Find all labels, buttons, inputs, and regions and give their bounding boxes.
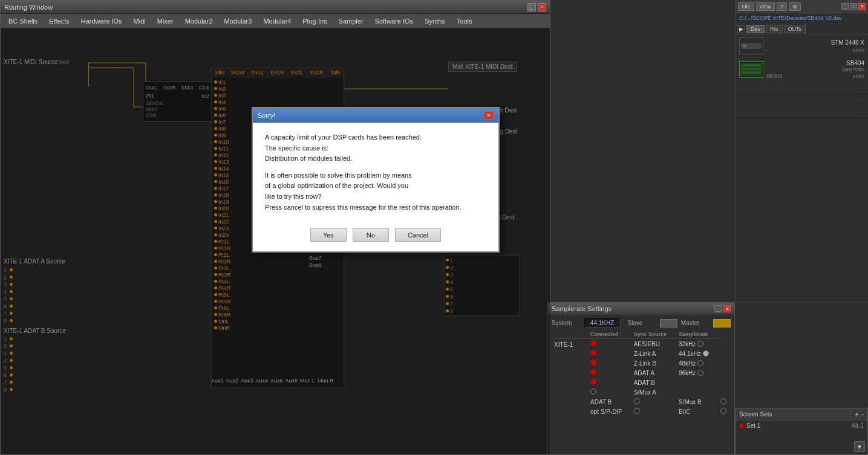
- dialog-msg-1: A capacity limit of your DSP cards has b…: [265, 132, 486, 143]
- minimize-button[interactable]: _: [527, 3, 536, 11]
- screen-set-item: Set 1 Alt-1: [736, 421, 867, 431]
- sb404-panel-name: SB404: [766, 60, 864, 66]
- help-button[interactable]: ?: [777, 2, 787, 11]
- view-button[interactable]: View: [756, 2, 775, 11]
- device-panel-toolbar: File View ? ⚙ _ □ ✕: [736, 0, 868, 13]
- dialog-close-button[interactable]: ✕: [484, 111, 494, 120]
- svg-rect-13: [742, 68, 761, 70]
- yes-button[interactable]: Yes: [310, 228, 347, 242]
- menu-software-ios[interactable]: Software IOs: [370, 15, 419, 27]
- sp-system-row: System 44.1KHZ Slave Master: [552, 318, 731, 328]
- menu-modular3[interactable]: Modular3: [219, 15, 258, 27]
- connected-zlinka: [588, 349, 631, 358]
- radio-smux-b[interactable]: [720, 398, 726, 404]
- menu-modular4[interactable]: Modular4: [258, 15, 296, 27]
- remove-screen-set-button[interactable]: -: [861, 411, 864, 418]
- sync-adat-b: ADAT B: [631, 378, 676, 387]
- radio-32khz[interactable]: [697, 341, 703, 347]
- radio-spdif[interactable]: [634, 408, 640, 414]
- dialog-overlay: Sorry! ✕ A capacity limit of your DSP ca…: [1, 28, 550, 454]
- radio-smux-a[interactable]: [590, 389, 596, 395]
- menu-bar: BC Shells Effects Hardware IOs Midi Mixe…: [1, 14, 550, 28]
- screen-set-shortcut: Alt-1: [851, 422, 864, 429]
- device-empty-2: -: [736, 94, 868, 106]
- sync-smux-b: S/Mux B: [676, 397, 718, 407]
- window-title: Routing Window: [4, 4, 53, 11]
- panel-maximize-icon[interactable]: □: [850, 3, 857, 10]
- menu-modular2[interactable]: Modular2: [180, 15, 218, 27]
- samplerate-title-buttons: _ ✕: [714, 305, 731, 312]
- sp-close-icon[interactable]: ✕: [723, 305, 731, 312]
- radio-48khz[interactable]: [697, 360, 703, 366]
- stm-thumbnail: [739, 37, 763, 54]
- sb404-seq-rain: Seq Rain: [766, 66, 864, 73]
- file-path: C:/.../SCOPE XITE/Devices/SB404 V2.dev: [736, 13, 868, 24]
- menu-mixer[interactable]: Mixer: [152, 15, 179, 27]
- add-screen-set-button[interactable]: +: [855, 411, 859, 418]
- nav-arrow-icon[interactable]: ▶: [737, 25, 745, 33]
- panel-close-icon[interactable]: ✕: [858, 3, 866, 10]
- panel-minimize-icon[interactable]: _: [841, 3, 849, 10]
- cancel-button[interactable]: Cancel: [395, 228, 441, 242]
- connected-zlinkb: [588, 358, 631, 368]
- device-tab-row: ▶ Dev INs OUTs: [736, 24, 868, 35]
- file-button[interactable]: File: [738, 2, 754, 11]
- device-item-stm: STM 2448 X - omni: [736, 35, 868, 57]
- samplerate-body: System 44.1KHZ Slave Master Connected Sy…: [548, 315, 734, 420]
- system-value: 44.1KHZ: [584, 318, 621, 328]
- device-empty-1: -: [736, 82, 868, 94]
- dialog-msg-5: It is often possible to solve this probl…: [265, 170, 486, 181]
- sr-32khz: 32kHz: [676, 339, 718, 349]
- sr-smux-b-radio: [718, 397, 731, 407]
- svg-rect-14: [742, 71, 761, 74]
- radio-biic[interactable]: [720, 408, 726, 414]
- samplerate-table: Connected Sync Source Samplerate XITE-1 …: [552, 330, 731, 416]
- sb404-thumbnail: [739, 61, 763, 78]
- menu-plug-ins[interactable]: Plug-Ins: [297, 15, 332, 27]
- connected-adat-a: [588, 368, 631, 378]
- xite1-row: XITE-1 AES/EBU 32kHz: [552, 339, 731, 349]
- connected-spdif: [631, 407, 676, 416]
- menu-bc-shells[interactable]: BC Shells: [3, 15, 43, 27]
- dialog-msg-8: Press cancel to supress this message for…: [265, 202, 486, 213]
- menu-effects[interactable]: Effects: [44, 15, 74, 27]
- main-window: Routing Window _ ✕ BC Shells Effects Har…: [0, 0, 550, 455]
- sync-adat-a: ADAT A: [631, 368, 676, 378]
- stm-info: STM 2448 X - omni: [766, 39, 864, 53]
- radio-adat-b-dev[interactable]: [634, 398, 640, 404]
- connected-adat-b-dev: [631, 397, 676, 407]
- menu-synths[interactable]: Synths: [419, 15, 451, 27]
- menu-midi[interactable]: Midi: [128, 15, 151, 27]
- title-bar: Routing Window _ ✕: [1, 1, 550, 14]
- menu-hardware-ios[interactable]: Hardware IOs: [76, 15, 128, 27]
- sr-96khz: 96kHz: [676, 368, 718, 378]
- sb404-panel-info: SB404 Seq Rain SB404 omni: [766, 60, 864, 79]
- xite1-device-label: XITE-1: [552, 339, 588, 417]
- slave-label: Slave: [628, 320, 657, 326]
- scroll-down-icon[interactable]: ▼: [854, 441, 865, 452]
- tab-ins[interactable]: INs: [766, 25, 783, 33]
- screen-sets-add-remove: + -: [855, 411, 864, 418]
- stm-name: STM 2448 X: [766, 39, 864, 46]
- radio-441khz[interactable]: [703, 350, 709, 357]
- svg-rect-12: [742, 64, 761, 66]
- routing-area: XITE-1 MIDI Source Midi Midi XITE-1 MIDI…: [1, 28, 550, 454]
- col-connected: Connected: [588, 330, 631, 339]
- indicator-adat-a-red: [590, 369, 596, 375]
- close-button[interactable]: ✕: [538, 3, 546, 11]
- samplerate-title-bar: Samplerate Settings _ ✕: [548, 303, 734, 315]
- settings-button[interactable]: ⚙: [789, 2, 801, 11]
- sb404-slot-label: SB404: [766, 73, 782, 79]
- screen-set-label[interactable]: Set 1: [746, 422, 760, 429]
- dialog-msg-3: Distribution of modules failed.: [265, 153, 486, 164]
- menu-tools[interactable]: Tools: [451, 15, 478, 27]
- master-label: Master: [681, 320, 710, 326]
- menu-sampler[interactable]: Sampler: [333, 15, 369, 27]
- no-button[interactable]: No: [353, 228, 389, 242]
- tab-outs[interactable]: OUTs: [784, 25, 806, 33]
- tab-dev[interactable]: Dev: [746, 25, 765, 33]
- sync-aes: AES/EBU: [631, 339, 676, 349]
- sp-minimize-icon[interactable]: _: [714, 305, 722, 312]
- radio-96khz[interactable]: [697, 370, 703, 376]
- sr-441khz: 44.1kHz: [676, 349, 718, 358]
